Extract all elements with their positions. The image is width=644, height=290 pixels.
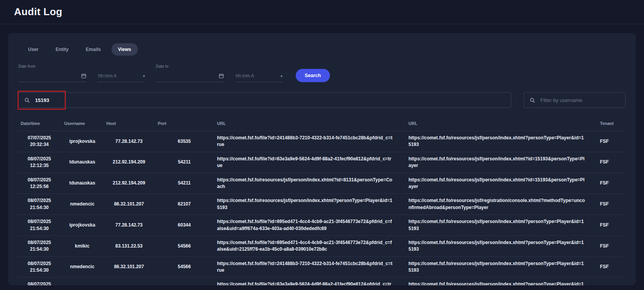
cell-host: 86.32.101.207 xyxy=(103,257,155,278)
time-from-input[interactable] xyxy=(97,73,141,79)
cell-port: 60344 xyxy=(155,215,214,236)
audit-table: Date/time Username Host Port URL URL Ten… xyxy=(18,116,626,285)
cell-username: kmikic xyxy=(61,236,103,257)
cell-datetime: 08/07/2025 12:12:35 xyxy=(18,152,61,173)
cell-tenant: FSF xyxy=(597,236,626,257)
cell-host: 212.92.194.209 xyxy=(103,173,155,194)
search-query-input[interactable] xyxy=(34,97,505,104)
cell-host: 83.131.22.53 xyxy=(103,278,155,285)
cell-datetime: 07/07/2025 20:32:34 xyxy=(18,131,61,152)
header-url-1: URL xyxy=(214,116,406,131)
tab-entity[interactable]: Entity xyxy=(49,43,75,56)
chevron-down-icon[interactable]: ▾ xyxy=(281,74,282,78)
cell-url-2: https://comet.fsf.fo/resources/jsf/perso… xyxy=(406,278,597,285)
header-username: Username xyxy=(61,116,103,131)
cell-datetime: 08/07/2025 21:54:30 xyxy=(18,236,61,257)
tab-views[interactable]: Views xyxy=(111,43,138,56)
table-header-row: Date/time Username Host Port URL URL Ten… xyxy=(18,116,626,131)
calendar-icon[interactable] xyxy=(219,73,224,79)
cell-datetime: 08/07/2025 21:54:30 xyxy=(18,194,61,215)
cell-url-2: https://comet.fsf.fo/resources/jsf/perso… xyxy=(406,236,597,257)
search-icon xyxy=(529,97,535,103)
date-to-field: Date to xyxy=(156,64,224,82)
cell-tenant: FSF xyxy=(597,152,626,173)
date-to-input[interactable] xyxy=(156,73,216,79)
cell-host: 77.28.142.73 xyxy=(103,215,155,236)
cell-port: 63535 xyxy=(155,131,214,152)
time-from-input-wrapper: ▾ xyxy=(97,73,145,82)
header-url-2: URL xyxy=(406,116,597,131)
tab-user[interactable]: User xyxy=(21,43,45,56)
topbar: Audit Log xyxy=(0,0,644,24)
time-from-field: ▾ xyxy=(97,73,145,82)
cell-url-1: https://comet.fsf.fo/resources/jsf/perso… xyxy=(214,194,406,215)
cell-host: 86.32.101.207 xyxy=(103,194,155,215)
cell-host: 212.92.194.209 xyxy=(103,152,155,173)
username-filter-input[interactable] xyxy=(540,97,620,104)
table-row: 08/07/2025 21:54:30kmikic83.131.22.53545… xyxy=(18,236,626,257)
cell-url-1: https://comet.fsf.fo/file?id=241488b3-72… xyxy=(214,131,406,152)
table-row: 08/07/2025 12:25:56tdunauskas212.92.194.… xyxy=(18,173,626,194)
page-title: Audit Log xyxy=(14,6,62,18)
cell-url-1: https://comet.fsf.fo/file?id=241488b3-72… xyxy=(214,257,406,278)
cell-datetime: 08/07/2025 12:25:56 xyxy=(18,173,61,194)
date-to-label: Date to xyxy=(156,64,224,69)
table-row: 08/07/2025 21:54:30iprojkovska77.28.142.… xyxy=(18,215,626,236)
cell-username: tdunauskas xyxy=(61,173,103,194)
search-row xyxy=(18,92,626,108)
cell-tenant: FSF xyxy=(597,215,626,236)
cell-url-1: https://comet.fsf.fo/file?id=695ed471-4c… xyxy=(214,215,406,236)
cell-tenant: FSF xyxy=(597,278,626,285)
table-body: 07/07/2025 20:32:34iprojkovska77.28.142.… xyxy=(18,131,626,286)
cell-url-2: https://comet.fsf.fo/resources/jsf/perso… xyxy=(406,215,597,236)
cell-datetime: 08/07/2025 21:54:30 xyxy=(18,215,61,236)
table-row: 07/07/2025 20:32:34iprojkovska77.28.142.… xyxy=(18,131,626,152)
table-row: 08/07/2025 21:54:30nmedencic86.32.101.20… xyxy=(18,194,626,215)
cell-tenant: FSF xyxy=(597,257,626,278)
cell-port: 54211 xyxy=(155,152,214,173)
cell-url-1: https://comet.fsf.fo/file?id=63e3a9e9-56… xyxy=(214,278,406,285)
date-from-field: Date from xyxy=(18,64,86,82)
cell-username: tdunauskas xyxy=(61,152,103,173)
time-to-field: ▾ xyxy=(235,73,282,82)
header-tenant: Tenant xyxy=(597,116,626,131)
search-button[interactable]: Search xyxy=(296,69,330,82)
cell-url-2: https://comet.fsf.fo/resources/jsf/regis… xyxy=(406,194,597,215)
cell-host: 77.28.142.73 xyxy=(103,131,155,152)
header-host: Host xyxy=(103,116,155,131)
header-port: Port xyxy=(155,116,214,131)
cell-username: nmedencic xyxy=(61,194,103,215)
cell-url-2: https://comet.fsf.fo/resources/jsf/perso… xyxy=(406,152,597,173)
chevron-down-icon[interactable]: ▾ xyxy=(143,74,145,78)
cell-url-2: https://comet.fsf.fo/resources/jsf/perso… xyxy=(406,173,597,194)
table-row: 08/07/2025 21:54:30kmikic83.131.22.53603… xyxy=(18,278,626,285)
cell-datetime: 08/07/2025 21:54:30 xyxy=(18,257,61,278)
cell-url-1: https://comet.fsf.fo/resources/jsf/perso… xyxy=(214,173,406,194)
audit-log-panel: User Entity Emails Views Date from ▾ Dat… xyxy=(8,33,636,285)
search-icon xyxy=(24,97,30,103)
date-from-label: Date from xyxy=(18,64,86,69)
search-query-box xyxy=(18,92,511,108)
time-to-input[interactable] xyxy=(235,73,278,79)
table-row: 08/07/2025 21:54:30nmedencic86.32.101.20… xyxy=(18,257,626,278)
date-from-input[interactable] xyxy=(18,73,79,79)
cell-url-1: https://comet.fsf.fo/file?id=63e3a9e9-56… xyxy=(214,152,406,173)
cell-port: 62107 xyxy=(155,194,214,215)
tab-emails[interactable]: Emails xyxy=(79,43,108,56)
cell-url-1: https://comet.fsf.fo/file?id=695ed471-4c… xyxy=(214,236,406,257)
cell-username: iprojkovska xyxy=(61,215,103,236)
cell-host: 83.131.22.53 xyxy=(103,236,155,257)
cell-username: nmedencic xyxy=(61,257,103,278)
cell-tenant: FSF xyxy=(597,194,626,215)
tab-bar: User Entity Emails Views xyxy=(18,39,626,58)
calendar-icon[interactable] xyxy=(81,73,86,79)
cell-tenant: FSF xyxy=(597,131,626,152)
date-to-input-wrapper xyxy=(156,73,224,82)
cell-url-2: https://comet.fsf.fo/resources/jsf/perso… xyxy=(406,131,597,152)
cell-port: 54211 xyxy=(155,173,214,194)
username-filter-box xyxy=(524,92,626,108)
header-datetime: Date/time xyxy=(18,116,61,131)
cell-datetime: 08/07/2025 21:54:30 xyxy=(18,278,61,285)
cell-username: kmikic xyxy=(61,278,103,285)
cell-port: 60344 xyxy=(155,278,214,285)
